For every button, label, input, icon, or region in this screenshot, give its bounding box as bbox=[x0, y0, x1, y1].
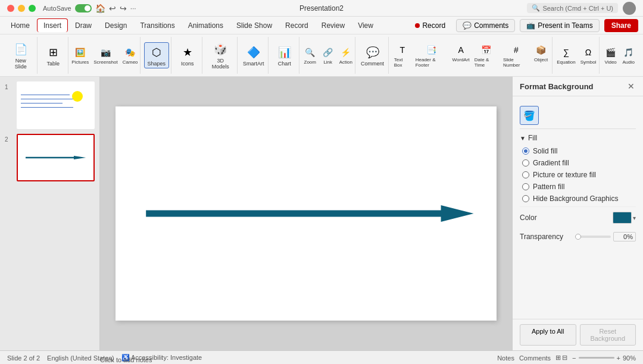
fill-section-header[interactable]: ▼ Fill bbox=[520, 134, 636, 142]
apply-to-all-button[interactable]: Apply to All bbox=[520, 324, 576, 346]
smartart-button[interactable]: 🔷 SmartArt bbox=[241, 43, 267, 68]
slide-thumbnail-1[interactable]: 1 bbox=[5, 81, 95, 129]
normal-view-button[interactable]: ⊞ bbox=[555, 354, 561, 362]
action-button[interactable]: ⚡ Action bbox=[338, 45, 354, 66]
search-box[interactable]: 🔍 Search (Cmd + Ctrl + U) bbox=[527, 3, 618, 13]
undo-icon[interactable]: ↩ bbox=[109, 4, 116, 13]
object-button[interactable]: 📦 Object bbox=[532, 42, 550, 69]
gradient-fill-option[interactable]: Gradient fill bbox=[522, 159, 636, 167]
solid-fill-radio[interactable] bbox=[522, 148, 529, 155]
zoom-slider[interactable] bbox=[579, 357, 614, 359]
minimize-window-button[interactable] bbox=[18, 5, 25, 12]
datetime-icon: 📅 bbox=[480, 43, 493, 57]
pattern-fill-radio[interactable] bbox=[522, 183, 529, 190]
3d-icon: 🎲 bbox=[212, 41, 229, 58]
video-button[interactable]: 🎬 Video bbox=[603, 45, 619, 66]
picture-texture-radio[interactable] bbox=[522, 171, 529, 178]
pictures-label: Pictures bbox=[71, 59, 89, 65]
pictures-button[interactable]: 🖼️ Pictures bbox=[70, 45, 90, 66]
toolbar: 📄 New Slide ⊞ Table 🖼️ Pictures 📷 Screen… bbox=[0, 34, 643, 76]
tab-review[interactable]: Review bbox=[316, 19, 351, 32]
present-label: Present in Teams bbox=[538, 21, 593, 30]
picture-texture-fill-option[interactable]: Picture or texture fill bbox=[522, 171, 636, 179]
table-button[interactable]: ⊞ Table bbox=[40, 43, 65, 68]
icons-button[interactable]: ★ Icons bbox=[175, 43, 200, 68]
tab-draw[interactable]: Draw bbox=[69, 19, 98, 32]
slide-preview-2[interactable] bbox=[17, 134, 95, 181]
solid-fill-option[interactable]: Solid fill bbox=[522, 147, 636, 155]
equation-button[interactable]: ∑ Equation bbox=[555, 45, 578, 66]
zoom-in-button[interactable]: + bbox=[617, 354, 620, 362]
zoom-out-button[interactable]: − bbox=[572, 354, 576, 362]
chart-button[interactable]: 📊 Chart bbox=[272, 43, 297, 68]
link-icon: 🔗 bbox=[322, 46, 335, 59]
pattern-fill-option[interactable]: Pattern fill bbox=[522, 183, 636, 191]
tab-animations[interactable]: Animations bbox=[182, 19, 229, 32]
comments-status-button[interactable]: Comments bbox=[519, 354, 551, 362]
tab-record[interactable]: Record bbox=[279, 19, 314, 32]
textbox-button[interactable]: T Text Box bbox=[392, 42, 413, 69]
link-button[interactable]: 🔗 Link bbox=[320, 45, 336, 66]
screenshot-button[interactable]: 📷 Screenshot bbox=[92, 45, 119, 66]
comment-button[interactable]: 💬 Comment bbox=[358, 43, 386, 68]
slide-arrow-shape[interactable] bbox=[146, 205, 473, 222]
transparency-slider[interactable] bbox=[575, 236, 611, 238]
profile-avatar[interactable] bbox=[623, 2, 636, 15]
color-picker-button[interactable] bbox=[613, 212, 632, 224]
shapes-button[interactable]: ⬡ Shapes bbox=[144, 42, 169, 69]
slide-thumbnail-2[interactable]: 2 bbox=[5, 134, 95, 181]
transparency-thumb[interactable] bbox=[575, 234, 581, 240]
more-icon[interactable]: ··· bbox=[130, 4, 136, 12]
autosave-toggle[interactable] bbox=[75, 4, 92, 12]
maximize-window-button[interactable] bbox=[29, 5, 36, 12]
close-window-button[interactable] bbox=[7, 5, 14, 12]
datetime-button[interactable]: 📅 Date & Time bbox=[473, 42, 500, 69]
hide-bg-graphics-option[interactable]: Hide Background Graphics bbox=[522, 194, 636, 203]
comments-button[interactable]: 💬 Comments bbox=[456, 19, 515, 32]
click-to-add-notes[interactable]: Click to add notes bbox=[100, 356, 152, 363]
toolbar-group-links: 🔍 Zoom 🔗 Link ⚡ Action bbox=[301, 37, 355, 74]
fill-label: Fill bbox=[528, 134, 537, 142]
canvas-area[interactable]: Click to add notes bbox=[100, 77, 512, 350]
reset-background-button[interactable]: Reset Background bbox=[580, 324, 636, 346]
format-panel-close-button[interactable]: ✕ bbox=[626, 81, 636, 91]
tab-view[interactable]: View bbox=[352, 19, 379, 32]
header-footer-button[interactable]: 📑 Header & Footer bbox=[414, 42, 450, 69]
audio-button[interactable]: 🎵 Audio bbox=[620, 45, 637, 66]
present-in-teams-button[interactable]: 📺 Present in Teams bbox=[520, 19, 600, 32]
color-row: Color ▾ bbox=[520, 206, 636, 228]
share-button[interactable]: Share bbox=[604, 19, 638, 32]
3d-models-button[interactable]: 🎲 3D Models bbox=[206, 40, 235, 71]
tab-slideshow[interactable]: Slide Show bbox=[230, 19, 278, 32]
zoom-button[interactable]: 🔍 Zoom bbox=[302, 45, 319, 66]
shapes-label: Shapes bbox=[147, 61, 166, 67]
fill-section: ▼ Fill Solid fill Gradient fill Picture … bbox=[520, 134, 636, 245]
tab-insert[interactable]: Insert bbox=[37, 18, 68, 32]
tab-home[interactable]: Home bbox=[5, 19, 36, 32]
fill-tab-button[interactable]: 🪣 bbox=[520, 106, 539, 125]
tab-transitions[interactable]: Transitions bbox=[134, 19, 180, 32]
teams-icon: 📺 bbox=[526, 21, 535, 30]
cameo-button[interactable]: 🎭 Cameo bbox=[121, 45, 140, 66]
color-dropdown-icon[interactable]: ▾ bbox=[633, 215, 636, 221]
zoom-value[interactable]: 90% bbox=[623, 354, 636, 362]
notes-button[interactable]: Notes bbox=[497, 354, 514, 362]
wordart-button[interactable]: A WordArt bbox=[451, 42, 472, 69]
textbox-label: Text Box bbox=[394, 57, 411, 68]
home-icon[interactable]: 🏠 bbox=[95, 4, 105, 13]
redo-icon[interactable]: ↪ bbox=[120, 4, 127, 13]
format-panel-content: 🪣 ▼ Fill Solid fill Gradient fill bbox=[513, 96, 643, 319]
symbol-button[interactable]: Ω Symbol bbox=[579, 45, 598, 66]
slide-preview-1[interactable] bbox=[17, 81, 95, 129]
pattern-fill-label: Pattern fill bbox=[533, 183, 564, 191]
transparency-value[interactable]: 0% bbox=[613, 232, 636, 241]
record-button[interactable]: Record bbox=[409, 20, 451, 32]
slidenum-button[interactable]: # Slide Number bbox=[501, 42, 531, 69]
hide-bg-graphics-radio[interactable] bbox=[522, 195, 529, 202]
tab-design[interactable]: Design bbox=[99, 19, 133, 32]
gradient-fill-radio[interactable] bbox=[522, 159, 529, 167]
new-slide-button[interactable]: 📄 New Slide bbox=[7, 40, 35, 71]
slide-canvas[interactable] bbox=[116, 106, 497, 321]
toolbar-group-chart: 📊 Chart bbox=[270, 37, 299, 74]
slide-sorter-button[interactable]: ⊟ bbox=[562, 354, 567, 362]
